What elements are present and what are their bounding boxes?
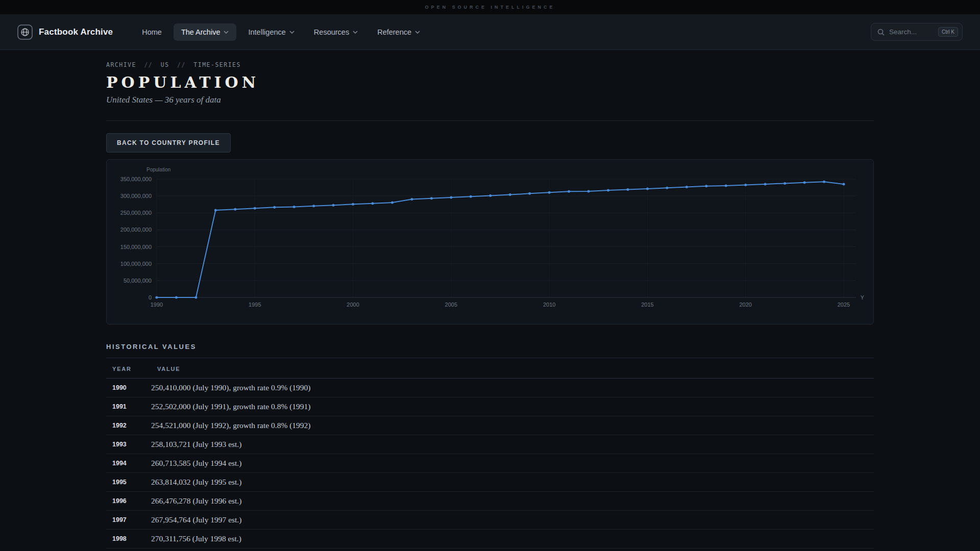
value-cell: 267,954,764 (July 1997 est.) <box>151 511 874 530</box>
value-cell: 272,639,608 (July 1999 est.) <box>151 548 874 551</box>
nav-item-label: Intelligence <box>248 28 285 36</box>
table-row: 1995263,814,032 (July 1995 est.) <box>106 473 874 492</box>
year-cell: 1999 <box>106 548 151 551</box>
svg-text:250,000,000: 250,000,000 <box>120 210 152 216</box>
page-subtitle: United States — 36 years of data <box>106 95 874 105</box>
table-row: 1991252,502,000 (July 1991), growth rate… <box>106 397 874 416</box>
main-content: ARCHIVE // US // TIME-SERIES POPULATION … <box>106 50 874 551</box>
table-row: 1990250,410,000 (July 1990), growth rate… <box>106 379 874 397</box>
year-cell: 1996 <box>106 492 151 511</box>
table-row: 1996266,476,278 (July 1996 est.) <box>106 492 874 511</box>
svg-text:2025: 2025 <box>838 302 850 308</box>
value-cell: 252,502,000 (July 1991), growth rate 0.8… <box>151 397 874 416</box>
top-banner-text: OPEN SOURCE INTELLIGENCE <box>425 5 555 10</box>
back-to-country-profile-button[interactable]: BACK TO COUNTRY PROFILE <box>106 133 231 153</box>
search-placeholder: Search... <box>889 28 934 36</box>
table-row: 1994260,713,585 (July 1994 est.) <box>106 454 874 473</box>
year-cell: 1997 <box>106 511 151 530</box>
svg-text:2005: 2005 <box>445 302 457 308</box>
search-box[interactable]: Search... Ctrl K <box>871 23 963 41</box>
value-cell: 263,814,032 (July 1995 est.) <box>151 473 874 492</box>
svg-text:2020: 2020 <box>739 302 751 308</box>
nav-item-resources[interactable]: Resources <box>306 23 365 41</box>
breadcrumb-time-series[interactable]: TIME-SERIES <box>193 61 241 68</box>
globe-logo-icon <box>17 24 33 40</box>
value-cell: 250,410,000 (July 1990), growth rate 0.9… <box>151 379 874 397</box>
nav-item-label: Reference <box>377 28 411 36</box>
breadcrumb-archive[interactable]: ARCHIVE <box>106 61 136 68</box>
table-row: 1998270,311,756 (July 1998 est.) <box>106 530 874 548</box>
value-cell: 266,476,278 (July 1996 est.) <box>151 492 874 511</box>
year-cell: 1995 <box>106 473 151 492</box>
breadcrumb-separator: // <box>177 61 186 68</box>
chevron-down-icon <box>353 31 358 34</box>
population-chart-svg: 050,000,000100,000,000150,000,000200,000… <box>112 166 867 320</box>
nav-item-home[interactable]: Home <box>134 23 169 41</box>
value-cell: 260,713,585 (July 1994 est.) <box>151 454 874 473</box>
top-banner: OPEN SOURCE INTELLIGENCE <box>0 0 980 14</box>
nav-item-the-archive[interactable]: The Archive <box>174 23 237 41</box>
page-title: POPULATION <box>106 73 874 91</box>
svg-text:300,000,000: 300,000,000 <box>120 193 152 199</box>
table-header: YEAR VALUE <box>106 358 874 379</box>
svg-text:100,000,000: 100,000,000 <box>120 261 152 267</box>
year-cell: 1994 <box>106 454 151 473</box>
svg-text:50,000,000: 50,000,000 <box>124 278 152 284</box>
historical-values-heading: HISTORICAL VALUES <box>106 343 874 350</box>
section-divider <box>106 120 874 121</box>
chevron-down-icon <box>289 31 295 34</box>
brand[interactable]: Factbook Archive <box>17 24 113 40</box>
header-nav: Factbook Archive Home The Archive Intell… <box>0 14 980 50</box>
brand-name: Factbook Archive <box>39 27 113 37</box>
historical-table-body: 1990250,410,000 (July 1990), growth rate… <box>106 379 874 551</box>
historical-values-table: YEAR VALUE 1990250,410,000 (July 1990), … <box>106 358 874 551</box>
value-cell: 270,311,756 (July 1998 est.) <box>151 530 874 548</box>
search-icon <box>877 29 885 36</box>
table-row: 1993258,103,721 (July 1993 est.) <box>106 435 874 454</box>
chart-panel: 050,000,000100,000,000150,000,000200,000… <box>106 159 874 324</box>
table-row: 1997267,954,764 (July 1997 est.) <box>106 511 874 530</box>
svg-text:200,000,000: 200,000,000 <box>120 227 152 233</box>
nav-item-label: Resources <box>314 28 349 36</box>
svg-text:Y: Y <box>861 294 865 300</box>
year-cell: 1992 <box>106 416 151 435</box>
year-cell: 1998 <box>106 530 151 548</box>
svg-text:350,000,000: 350,000,000 <box>120 176 152 182</box>
chevron-down-icon <box>415 31 420 34</box>
svg-text:2015: 2015 <box>641 302 653 308</box>
nav-item-label: The Archive <box>181 28 220 36</box>
svg-text:150,000,000: 150,000,000 <box>120 244 152 250</box>
search-shortcut-badge: Ctrl K <box>938 27 958 37</box>
value-column-header: VALUE <box>151 358 874 379</box>
svg-text:2010: 2010 <box>543 302 555 308</box>
nav-item-intelligence[interactable]: Intelligence <box>240 23 302 41</box>
chevron-down-icon <box>224 31 229 34</box>
value-cell: 254,521,000 (July 1992), growth rate 0.8… <box>151 416 874 435</box>
year-cell: 1993 <box>106 435 151 454</box>
nav-item-label: Home <box>142 28 162 36</box>
svg-text:1990: 1990 <box>151 302 163 308</box>
breadcrumb-us[interactable]: US <box>161 61 169 68</box>
main-nav: Home The Archive Intelligence Resources … <box>134 23 428 41</box>
svg-text:0: 0 <box>149 294 152 300</box>
year-column-header: YEAR <box>106 358 151 379</box>
svg-text:2000: 2000 <box>347 302 359 308</box>
breadcrumb-separator: // <box>144 61 153 68</box>
svg-text:Population: Population <box>146 167 170 172</box>
value-cell: 258,103,721 (July 1993 est.) <box>151 435 874 454</box>
breadcrumb: ARCHIVE // US // TIME-SERIES <box>106 61 874 68</box>
table-row: 1999272,639,608 (July 1999 est.) <box>106 548 874 551</box>
table-row: 1992254,521,000 (July 1992), growth rate… <box>106 416 874 435</box>
svg-text:1995: 1995 <box>249 302 261 308</box>
year-cell: 1991 <box>106 397 151 416</box>
nav-item-reference[interactable]: Reference <box>370 23 428 41</box>
population-chart: 050,000,000100,000,000150,000,000200,000… <box>112 166 868 322</box>
year-cell: 1990 <box>106 379 151 397</box>
